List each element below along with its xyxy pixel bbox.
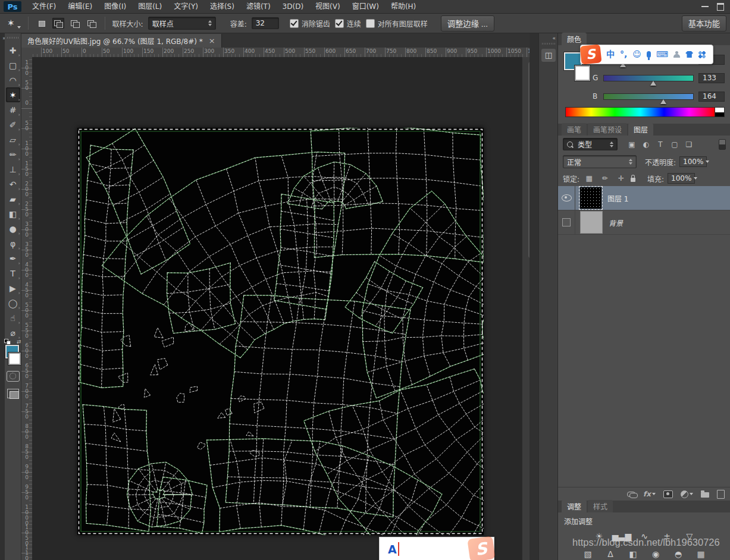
default-colors-icon[interactable]: [4, 339, 10, 344]
channel-value-input[interactable]: 133: [698, 73, 725, 83]
panel-tab[interactable]: 调整: [562, 500, 587, 512]
new-selection-mode-button[interactable]: [36, 18, 48, 29]
layer-name[interactable]: 图层 1: [607, 193, 628, 203]
clone-stamp-tool[interactable]: ⊥: [6, 162, 20, 177]
panel-tab[interactable]: 画笔预设: [588, 123, 627, 136]
new-group-button[interactable]: [701, 490, 709, 498]
menu-item[interactable]: 文字(Y): [168, 0, 204, 13]
eyedropper-tool[interactable]: ✐: [6, 117, 20, 132]
add-to-selection-mode-button[interactable]: [52, 18, 64, 29]
dodge-tool[interactable]: φ: [6, 236, 20, 251]
path-selection-tool[interactable]: ▶: [6, 281, 20, 295]
sample-all-layers-option[interactable]: 对所有图层取样: [366, 18, 428, 29]
contiguous-option[interactable]: 连续: [335, 18, 361, 29]
layer-row-background[interactable]: 背景: [558, 210, 730, 235]
slider-thumb-icon[interactable]: [660, 99, 666, 104]
hue-saturation-icon[interactable]: ▧: [580, 548, 596, 560]
panel-tab[interactable]: 图层: [628, 123, 653, 136]
canvas[interactable]: [77, 128, 484, 535]
ime-toolbox-icon[interactable]: [698, 51, 706, 58]
slider-thumb-icon[interactable]: [650, 81, 656, 86]
history-brush-tool[interactable]: ↶: [6, 177, 20, 191]
shape-layer-filter-icon[interactable]: ▢: [669, 139, 681, 150]
subtract-from-selection-mode-button[interactable]: [69, 18, 81, 29]
toolbar-grip[interactable]: [7, 37, 19, 39]
smart-object-filter-icon[interactable]: ❏: [683, 139, 695, 150]
channel-mixer-icon[interactable]: ◓: [671, 548, 686, 560]
add-layer-mask-button[interactable]: [663, 490, 673, 498]
menu-item[interactable]: 选择(S): [204, 0, 240, 13]
ime-keyboard-icon[interactable]: ⌨: [656, 45, 668, 64]
screen-mode-button[interactable]: [7, 389, 19, 398]
ime-punctuation-icon[interactable]: °,: [620, 45, 627, 64]
horizontal-ruler[interactable]: 1005005010015020025030035040045050055060…: [32, 48, 530, 58]
type-tool[interactable]: T: [6, 266, 20, 281]
tolerance-input[interactable]: 32: [252, 17, 279, 29]
menu-item[interactable]: 帮助(H): [385, 0, 422, 13]
intersect-selection-mode-button[interactable]: [86, 18, 98, 29]
lock-transparency-icon[interactable]: ▦: [583, 173, 595, 184]
color-lookup-icon[interactable]: ▦: [693, 548, 709, 560]
close-tab-icon[interactable]: ×: [209, 36, 215, 45]
menu-item[interactable]: 图层(L): [132, 0, 168, 13]
ime-skin-icon[interactable]: [685, 51, 693, 58]
adjustment-layer-filter-icon[interactable]: ◐: [640, 139, 652, 150]
color-spectrum-ramp[interactable]: [565, 107, 715, 117]
ellipse-tool[interactable]: ◯: [6, 295, 20, 310]
refine-edge-button[interactable]: 调整边缘 ...: [441, 15, 494, 32]
ime-toolbar[interactable]: S 中 °, ☺ ⌨: [580, 45, 713, 64]
lasso-tool[interactable]: ◠: [6, 73, 20, 87]
tab-color[interactable]: 颜色: [562, 33, 587, 45]
document-tab[interactable]: 角色展好的UV贴图.jpg @ 66.7% (图层 1, RGB/8#) * ×: [21, 34, 222, 48]
blur-tool[interactable]: ●: [6, 221, 20, 236]
menu-item[interactable]: 文件(F): [26, 0, 62, 13]
color-balance-icon[interactable]: Δ: [603, 548, 618, 560]
pasteboard[interactable]: [32, 57, 522, 560]
menu-item[interactable]: 图像(I): [98, 0, 132, 13]
type-layer-filter-icon[interactable]: T: [654, 139, 666, 150]
fill-input[interactable]: 100%: [668, 173, 695, 184]
sogou-logo-icon[interactable]: S: [579, 44, 601, 64]
pen-tool[interactable]: ✒: [6, 251, 20, 266]
dock-grip[interactable]: [542, 43, 555, 45]
magic-wand-tool-icon[interactable]: ✶: [5, 17, 21, 30]
healing-brush-tool[interactable]: ▱: [6, 132, 20, 147]
quick-mask-button[interactable]: [7, 371, 20, 382]
menu-item[interactable]: 编辑(E): [62, 0, 98, 13]
channel-slider[interactable]: [603, 93, 694, 100]
pixel-layer-filter-icon[interactable]: ▣: [626, 139, 638, 150]
contiguous-checkbox[interactable]: [335, 19, 344, 28]
eraser-tool[interactable]: ▰: [6, 191, 20, 206]
ime-candidate-window[interactable]: A S: [379, 537, 494, 560]
black-white-icon[interactable]: ◧: [625, 548, 641, 560]
swap-colors-icon[interactable]: ⇄: [17, 339, 21, 345]
white-black-swatches[interactable]: [715, 107, 725, 117]
lock-move-icon[interactable]: ✛: [615, 173, 627, 184]
layer-row-layer1[interactable]: 图层 1: [558, 186, 730, 210]
ime-emoji-icon[interactable]: ☺: [632, 45, 641, 64]
ime-chinese-mode-icon[interactable]: 中: [606, 45, 615, 64]
panel-tab[interactable]: 画笔: [562, 123, 587, 136]
zoom-tool[interactable]: ⌀: [6, 325, 20, 340]
layer-thumbnail[interactable]: [580, 187, 601, 209]
brush-tool[interactable]: ✏: [6, 147, 20, 162]
panel-tab[interactable]: 样式: [588, 500, 613, 512]
vertical-scrollbar[interactable]: [522, 57, 530, 560]
channel-slider[interactable]: [603, 75, 694, 81]
channel-value-input[interactable]: 164: [698, 92, 725, 102]
anti-alias-option[interactable]: 消除锯齿: [290, 18, 330, 29]
new-adjustment-layer-button[interactable]: [681, 490, 693, 498]
menu-item[interactable]: 视图(V): [309, 0, 346, 13]
menu-item[interactable]: 滤镜(T): [240, 0, 277, 13]
paint-bucket-tool[interactable]: ◧: [6, 206, 20, 221]
sample-size-dropdown[interactable]: 取样点: [148, 17, 216, 30]
workspace-switcher-button[interactable]: 基本功能: [682, 15, 726, 32]
opacity-input[interactable]: 100%: [679, 156, 707, 167]
link-layers-button[interactable]: [627, 492, 635, 497]
background-color-swatch[interactable]: [8, 353, 21, 365]
expand-panels-icon[interactable]: «: [552, 35, 556, 41]
layer-thumbnail[interactable]: [580, 211, 603, 234]
layer-style-button[interactable]: fx: [643, 490, 656, 498]
lock-paint-icon[interactable]: ✏: [599, 173, 611, 184]
restore-button-icon[interactable]: [717, 3, 724, 11]
